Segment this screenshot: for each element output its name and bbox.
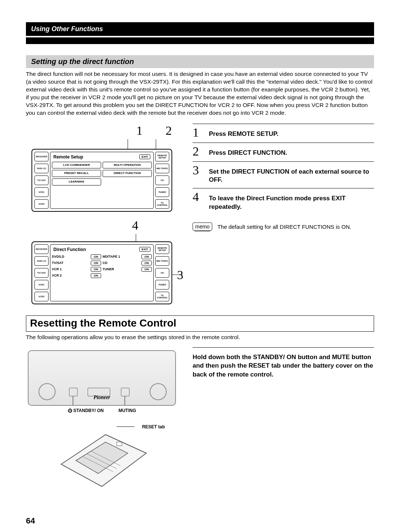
- on-toggle[interactable]: ON: [91, 254, 101, 259]
- side-btn[interactable]: MD/ TAPE1: [155, 164, 169, 173]
- memo-text: The default setting for all DIRECT FUNCT…: [217, 224, 351, 230]
- header-stripe: [26, 37, 374, 44]
- on-toggle[interactable]: ON: [91, 267, 101, 272]
- side-btn[interactable]: VCR1: [34, 187, 49, 197]
- learning-button[interactable]: LEARNING: [52, 178, 101, 185]
- side-btn[interactable]: RECEIVER: [34, 152, 49, 161]
- standby-on-label: ⏻ STANDBY/ ON: [68, 408, 104, 413]
- callout-4: 4: [26, 218, 178, 232]
- step-number: 4: [193, 191, 203, 203]
- callout-3: 3: [177, 268, 183, 282]
- source-label: DVD/LD: [52, 255, 89, 258]
- source-label: VCR 1: [52, 267, 89, 271]
- side-btn[interactable]: REMOTE SETUP: [155, 152, 169, 161]
- step-list: 1 Press REMOTE SETUP. 2 Press DIRECT FUN…: [193, 124, 374, 215]
- source-label: VCR 2: [52, 274, 89, 277]
- step-text: Press DIRECT FUNCTION.: [209, 145, 287, 157]
- side-btn[interactable]: DVD/ LD: [34, 164, 49, 173]
- svg-rect-8: [121, 388, 129, 396]
- remote-illustration: Pioneer: [28, 350, 176, 406]
- side-btn[interactable]: MD/ TAPE1: [155, 256, 169, 266]
- on-toggle[interactable]: ON: [91, 261, 101, 265]
- section-heading-direct: Setting up the direct function: [26, 55, 374, 68]
- svg-rect-16: [117, 442, 122, 446]
- reset-instruction: Hold down both the STANDBY/ ON button an…: [193, 353, 374, 379]
- preset-recall-button[interactable]: PRESET RECALL: [52, 170, 101, 177]
- side-btn[interactable]: REMOTE SETUP: [155, 244, 169, 254]
- lcd-screen-direct-function: RECEIVER DVD/ LD TV/ SAT VCR1 VCR2 Direc…: [31, 241, 172, 304]
- side-btn[interactable]: VCR1: [34, 280, 49, 290]
- side-btn[interactable]: CD: [155, 175, 169, 185]
- step-number: 3: [193, 164, 203, 177]
- reset-intro: The following operations allow you to er…: [26, 334, 374, 341]
- step-number: 1: [193, 126, 203, 139]
- reset-tab-label: RESET tab: [142, 424, 165, 429]
- on-toggle[interactable]: ON: [141, 267, 152, 272]
- svg-point-5: [150, 384, 166, 400]
- on-toggle[interactable]: ON: [141, 261, 152, 265]
- side-btn[interactable]: TV/ SAT: [34, 268, 49, 278]
- source-label: TUNER: [103, 267, 140, 271]
- battery-cover-illustration: RESET tab: [50, 420, 154, 494]
- callout-2: 2: [166, 124, 172, 138]
- exit-button[interactable]: EXIT: [139, 154, 150, 159]
- lcd-title: Remote Setup: [53, 154, 83, 160]
- side-btn[interactable]: TV/ SAT: [34, 175, 49, 185]
- direct-function-button[interactable]: DIRECT FUNCTION: [103, 170, 152, 177]
- side-btn[interactable]: TV CONTROL: [155, 292, 169, 301]
- multi-operation-button[interactable]: MULTI OPERATION: [103, 162, 152, 169]
- section-intro: The direct function will not be necessar…: [26, 70, 374, 117]
- side-btn[interactable]: TV CONTROL: [155, 199, 169, 209]
- callout-1: 1: [136, 124, 143, 138]
- side-btn[interactable]: TUNER: [155, 187, 169, 197]
- svg-rect-6: [69, 388, 77, 396]
- side-btn[interactable]: CD: [155, 268, 169, 278]
- page-number: 64: [26, 516, 374, 526]
- step-number: 2: [193, 145, 203, 158]
- source-label: CD: [103, 261, 140, 265]
- muting-label: MUTING: [119, 408, 136, 413]
- on-toggle[interactable]: ON: [91, 273, 101, 278]
- lcd-commander-button[interactable]: LCD COMMANDER: [52, 162, 101, 169]
- side-btn[interactable]: VCR2: [34, 199, 49, 209]
- step-text: Press REMOTE SETUP.: [209, 126, 279, 138]
- side-btn[interactable]: RECEIVER: [34, 244, 49, 254]
- memo-icon: memo: [193, 222, 212, 231]
- lcd-title: Direct Function: [53, 247, 86, 252]
- side-btn[interactable]: TUNER: [155, 280, 169, 290]
- source-label: TV/SAT: [52, 261, 89, 265]
- step-text: Set the DIRECT FUNCTION of each external…: [209, 164, 374, 185]
- exit-button[interactable]: EXIT: [139, 247, 150, 252]
- reset-heading-text: Resetting the Remote Control: [30, 317, 370, 329]
- step-text: To leave the Direct Function mode press …: [209, 191, 374, 211]
- lcd-screen-remote-setup: RECEIVER DVD/ LD TV/ SAT VCR1 VCR2 Remot…: [31, 149, 172, 212]
- side-btn[interactable]: DVD/ LD: [34, 256, 49, 266]
- brand-logo: Pioneer: [93, 395, 110, 401]
- on-toggle[interactable]: ON: [141, 254, 152, 259]
- source-label: MD/TAPE 1: [103, 255, 140, 258]
- chapter-header: Using Other Functions: [26, 22, 374, 36]
- section-heading-reset: Resetting the Remote Control: [26, 315, 374, 332]
- svg-point-4: [39, 384, 55, 400]
- side-btn[interactable]: VCR2: [34, 292, 49, 301]
